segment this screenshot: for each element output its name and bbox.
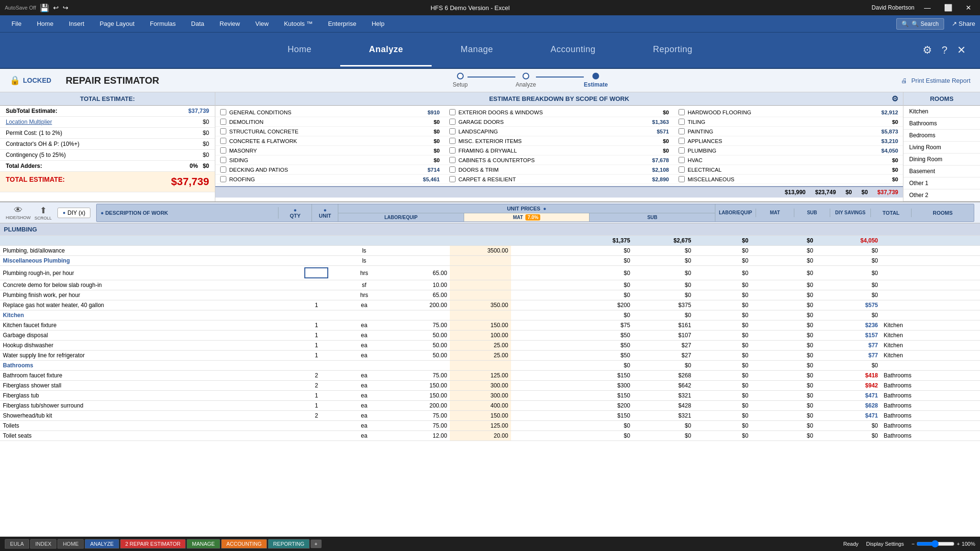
est-landscaping-check[interactable] xyxy=(449,128,456,134)
diy-btn[interactable]: ● DIY (x) xyxy=(57,208,90,218)
est-siding-check[interactable] xyxy=(220,157,226,163)
est-structural-concrete-check[interactable] xyxy=(220,128,226,134)
room-other2[interactable]: Other 2 xyxy=(903,189,980,201)
contingency-value: $0 xyxy=(203,152,209,158)
print-report-btn[interactable]: 🖨 Print Estimate Report xyxy=(901,77,970,84)
ribbon-insert[interactable]: Insert xyxy=(62,17,91,30)
display-settings-btn[interactable]: Display Settings xyxy=(866,541,904,547)
tab-home[interactable]: HOME xyxy=(57,539,84,549)
minimize-btn[interactable]: — xyxy=(920,2,935,13)
undo-icon[interactable]: ↩ xyxy=(53,4,59,11)
tab-accounting[interactable]: ACCOUNTING xyxy=(221,539,267,549)
estimate-gear-icon[interactable]: ⚙ xyxy=(891,94,898,103)
table-row: Kitchen faucet fixture 1 ea 75.00 150.00… xyxy=(0,320,980,331)
estimate-totals-row: $13,990 $23,749 $0 $0 $37,739 xyxy=(215,186,903,198)
ribbon-enterprise[interactable]: Enterprise xyxy=(321,17,363,30)
location-multiplier-link[interactable]: Location Multiplier xyxy=(6,119,52,125)
ribbon-home[interactable]: Home xyxy=(30,17,60,30)
pt-sub xyxy=(511,236,568,246)
redo-icon[interactable]: ↪ xyxy=(63,4,68,11)
help-icon[interactable]: ? xyxy=(942,44,947,56)
room-basement[interactable]: Basement xyxy=(903,165,980,177)
est-concrete-flatwork-check[interactable] xyxy=(220,138,226,144)
close-btn[interactable]: ✕ xyxy=(962,2,975,13)
est-painting-check[interactable] xyxy=(679,128,685,134)
est-doors-trim-check[interactable] xyxy=(449,166,456,173)
tab-index[interactable]: INDEX xyxy=(30,539,57,549)
kitchen-subsection: Kitchen xyxy=(0,310,290,320)
location-value: $0 xyxy=(203,119,209,125)
est-general-conditions-check[interactable] xyxy=(220,109,226,115)
nav-analyze[interactable]: Analyze xyxy=(340,34,432,66)
est-hardwood-check[interactable] xyxy=(679,109,685,115)
ribbon-view[interactable]: View xyxy=(248,17,275,30)
est-hvac-check[interactable] xyxy=(679,157,685,163)
nav-accounting[interactable]: Accounting xyxy=(522,34,624,66)
table-row: Showerhead/tub kit 2 ea 75.00 150.00 $15… xyxy=(0,411,980,421)
tab-eula[interactable]: EULA xyxy=(5,539,29,549)
nav-home[interactable]: Home xyxy=(259,34,340,66)
estimate-grid: GENERAL CONDITIONS$910 EXTERIOR DOORS & … xyxy=(215,106,903,186)
est-misc-exterior-check[interactable] xyxy=(449,138,456,144)
ribbon-data[interactable]: Data xyxy=(184,17,211,30)
tab-analyze[interactable]: ANALYZE xyxy=(85,539,119,549)
est-garage-doors-check[interactable] xyxy=(449,119,456,125)
zoom-slider[interactable] xyxy=(916,540,955,548)
nav-reporting[interactable]: Reporting xyxy=(624,34,722,66)
tab-manage[interactable]: MANAGE xyxy=(187,539,220,549)
estimate-label: Estimate xyxy=(584,81,608,88)
nav-manage[interactable]: Manage xyxy=(432,34,522,66)
share-btn[interactable]: ↗ Share xyxy=(952,20,975,27)
summary-subtotal-row: SubTotal Estimate: $37,739 xyxy=(0,106,215,117)
ribbon-formulas[interactable]: Formulas xyxy=(143,17,182,30)
room-bathrooms[interactable]: Bathrooms xyxy=(903,118,980,130)
rooms2-header: ROOMS xyxy=(912,209,974,217)
ribbon-review[interactable]: Review xyxy=(213,17,247,30)
est-plumbing-check[interactable] xyxy=(679,147,685,154)
est-carpet-check[interactable] xyxy=(449,176,456,182)
scroll-btn[interactable]: ⬆ SCROLL xyxy=(34,205,52,220)
ribbon-help[interactable]: Help xyxy=(365,17,391,30)
ribbon-kutools[interactable]: Kutools ™ xyxy=(277,17,319,30)
close-nav-icon[interactable]: ✕ xyxy=(957,44,966,56)
est-masonry-check[interactable] xyxy=(220,147,226,154)
totals-headers: LABOR/EQUIP MAT SUB DIY SAVINGS TOTAL RO… xyxy=(715,209,974,217)
tab-repair-estimator[interactable]: 2 REPAIR ESTIMATOR xyxy=(120,539,186,549)
est-demolition-check[interactable] xyxy=(220,119,226,125)
rough-in-qty-input[interactable] xyxy=(304,267,328,278)
col-unit-header: ● UNIT xyxy=(312,204,338,221)
tab-add-btn[interactable]: + xyxy=(311,540,321,548)
est-tiling: TILING$0 xyxy=(674,117,903,127)
est-cabinets-check[interactable] xyxy=(449,157,456,163)
est-framing-check[interactable] xyxy=(449,147,456,154)
table-row: Kitchen $0 $0 $0 $0 $0 xyxy=(0,310,980,320)
zoom-in-btn[interactable]: + xyxy=(957,541,959,547)
room-living-room[interactable]: Living Room xyxy=(903,142,980,154)
room-kitchen[interactable]: Kitchen xyxy=(903,106,980,118)
room-other1[interactable]: Other 1 xyxy=(903,177,980,189)
est-general-conditions: GENERAL CONDITIONS$910 xyxy=(215,108,445,117)
est-roofing-check[interactable] xyxy=(220,176,226,182)
col-qty-header: ● QTY xyxy=(278,204,312,221)
est-tiling-check[interactable] xyxy=(679,119,685,125)
search-box[interactable]: 🔍 🔍 Search xyxy=(896,18,944,30)
save-icon[interactable]: 💾 xyxy=(40,3,49,12)
est-exterior-doors-check[interactable] xyxy=(449,109,456,115)
restore-btn[interactable]: ⬜ xyxy=(940,2,956,13)
zoom-out-btn[interactable]: − xyxy=(912,541,914,547)
hide-show-btn[interactable]: 👁 HIDE/SHOW xyxy=(6,205,31,220)
search-label: 🔍 Search xyxy=(912,21,938,27)
total-header: TOTAL xyxy=(871,209,912,217)
est-electrical-check[interactable] xyxy=(679,166,685,173)
est-decking-check[interactable] xyxy=(220,166,226,173)
est-electrical: ELECTRICAL$0 xyxy=(674,165,903,175)
room-dining-room[interactable]: Dining Room xyxy=(903,154,980,165)
tab-reporting[interactable]: REPORTING xyxy=(268,539,310,549)
settings-icon[interactable]: ⚙ xyxy=(923,44,932,56)
est-appliances-check[interactable] xyxy=(679,138,685,144)
room-bedrooms[interactable]: Bedrooms xyxy=(903,130,980,142)
ribbon-page-layout[interactable]: Page Layout xyxy=(93,17,141,30)
est-miscellaneous-check[interactable] xyxy=(679,176,685,182)
ribbon-file[interactable]: File xyxy=(5,17,28,30)
pt-desc xyxy=(0,236,290,246)
